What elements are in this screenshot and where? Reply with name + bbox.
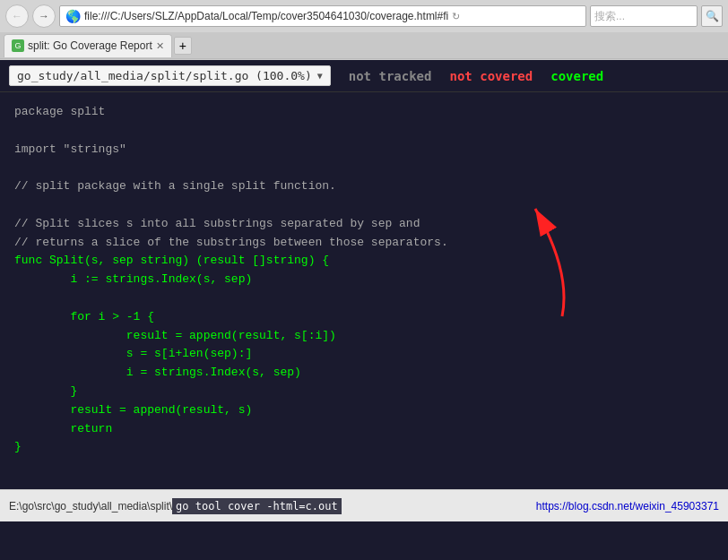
forward-icon: →: [39, 10, 49, 22]
code-line: [14, 122, 714, 141]
legend-not-tracked: not tracked: [349, 69, 432, 83]
active-tab[interactable]: G split: Go Coverage Report ✕: [4, 34, 172, 57]
address-text: file:///C:/Users/SLZ/AppData/Local/Temp/…: [84, 10, 448, 22]
code-line: s = s[i+len(sep):]: [14, 345, 714, 364]
code-line: // returns a slice of the substrings bet…: [14, 234, 714, 253]
code-line: }: [14, 383, 714, 401]
code-line: package split: [14, 103, 714, 122]
back-button[interactable]: ←: [5, 4, 29, 28]
search-bar[interactable]: 搜索...: [590, 5, 698, 27]
legend-covered: covered: [550, 69, 603, 83]
search-placeholder: 搜索...: [594, 9, 625, 24]
refresh-icon[interactable]: ↻: [452, 11, 460, 22]
code-line: for i > -1 {: [14, 308, 714, 327]
new-tab-button[interactable]: +: [174, 37, 192, 55]
tab-bar: G split: Go Coverage Report ✕ +: [0, 32, 728, 59]
code-line: i = strings.Index(s, sep): [14, 364, 714, 383]
nav-bar: ← → 🌎 file:///C:/Users/SLZ/AppData/Local…: [0, 0, 728, 32]
tab-close-button[interactable]: ✕: [156, 40, 164, 52]
page-icon: 🌎: [65, 9, 81, 23]
status-command-highlight: go tool cover -html=c.out: [172, 498, 342, 514]
legend-not-covered: not covered: [449, 69, 533, 83]
code-line: import "strings": [14, 141, 714, 159]
tab-title-text: split: Go Coverage Report: [28, 39, 152, 52]
status-link[interactable]: https://blog.csdn.net/weixin_45903371: [536, 500, 719, 513]
status-path-text: E:\go\src\go_study\all_media\split\: [9, 500, 172, 513]
code-line: }: [14, 438, 714, 457]
code-line: [14, 289, 714, 308]
tab-favicon: G: [12, 39, 24, 52]
code-line: // Split slices s into all substrings se…: [14, 215, 714, 234]
status-left: E:\go\src\go_study\all_media\split\ go t…: [9, 498, 342, 514]
code-line: result = append(result, s[:i]): [14, 327, 714, 346]
coverage-toolbar: go_study/all_media/split/split.go (100.0…: [0, 60, 728, 92]
code-line: result = append(result, s): [14, 401, 714, 420]
favicon-icon: G: [14, 41, 21, 50]
search-glass-icon: 🔍: [706, 10, 719, 22]
dropdown-arrow-icon: ▼: [317, 71, 323, 81]
code-line: [14, 196, 714, 215]
file-selector-text: go_study/all_media/split/split.go (100.0…: [17, 69, 312, 82]
code-line: return: [14, 420, 714, 439]
address-bar[interactable]: 🌎 file:///C:/Users/SLZ/AppData/Local/Tem…: [59, 5, 586, 27]
plus-icon: +: [179, 39, 186, 53]
file-selector[interactable]: go_study/all_media/split/split.go (100.0…: [9, 65, 331, 86]
code-line: func Split(s, sep string) (result []stri…: [14, 252, 714, 271]
code-line: i := strings.Index(s, sep): [14, 271, 714, 289]
forward-button[interactable]: →: [32, 4, 56, 28]
status-bar: E:\go\src\go_study\all_media\split\ go t…: [0, 489, 728, 521]
search-submit-button[interactable]: 🔍: [701, 5, 723, 27]
back-icon: ←: [12, 10, 22, 22]
code-area: package split import "strings" // split …: [0, 92, 728, 468]
code-line: [14, 159, 714, 177]
code-line: // split package with a single split fun…: [14, 177, 714, 196]
main-content: package split import "strings" // split …: [0, 92, 728, 521]
